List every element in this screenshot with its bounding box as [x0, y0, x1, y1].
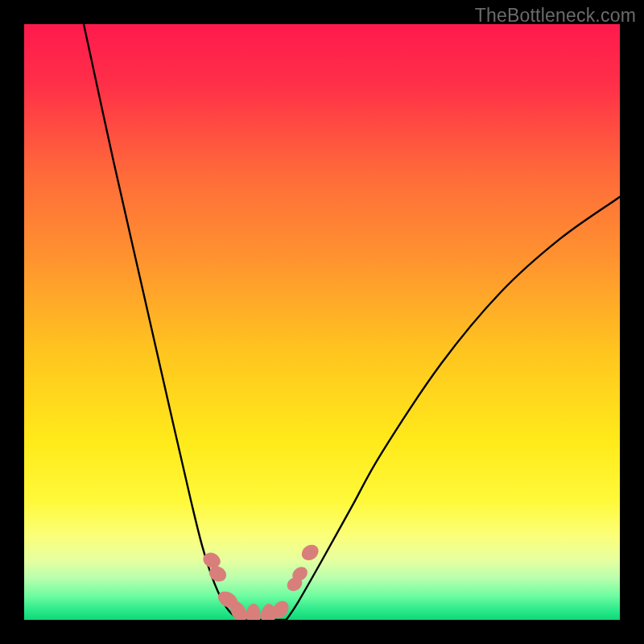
bottleneck-curve — [24, 24, 620, 620]
chart-frame: TheBottleneck.com — [0, 0, 644, 644]
curve-path — [84, 24, 620, 620]
plot-area — [24, 24, 620, 620]
floor-marker-1 — [246, 604, 261, 620]
right-marker-4 — [299, 542, 321, 564]
curve-markers — [200, 542, 321, 620]
watermark-text: TheBottleneck.com — [475, 5, 636, 27]
